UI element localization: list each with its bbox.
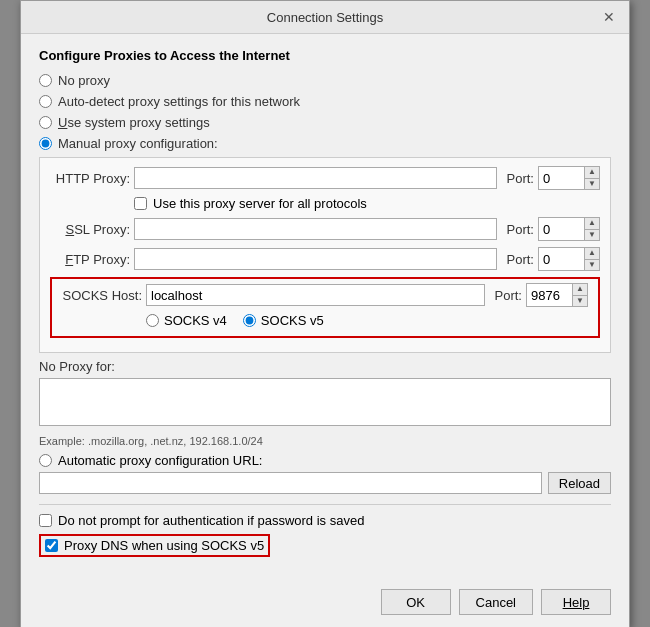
no-auth-checkbox[interactable] bbox=[39, 514, 52, 527]
help-button[interactable]: Help bbox=[541, 589, 611, 615]
ok-button[interactable]: OK bbox=[381, 589, 451, 615]
socks-v5-option: SOCKS v5 bbox=[243, 313, 324, 328]
http-proxy-input[interactable] bbox=[134, 167, 497, 189]
ssl-proxy-input[interactable] bbox=[134, 218, 497, 240]
auto-detect-radio[interactable] bbox=[39, 95, 52, 108]
connection-settings-dialog: Connection Settings ✕ Configure Proxies … bbox=[20, 0, 630, 627]
manual-proxy-label[interactable]: Manual proxy configuration: bbox=[58, 136, 218, 151]
system-proxy-row: Use system proxy settings bbox=[39, 115, 611, 130]
auto-proxy-input-row: Reload bbox=[39, 472, 611, 494]
example-text: Example: .mozilla.org, .net.nz, 192.168.… bbox=[39, 435, 611, 447]
close-button[interactable]: ✕ bbox=[599, 7, 619, 27]
socks-section: SOCKS Host: Port: ▲ ▼ bbox=[50, 277, 600, 338]
socks-port-input[interactable] bbox=[527, 284, 572, 306]
ftp-proxy-input[interactable] bbox=[134, 248, 497, 270]
ssl-port-spinner: ▲ ▼ bbox=[584, 218, 599, 240]
no-proxy-section: No Proxy for: bbox=[39, 359, 611, 429]
socks-v4-label[interactable]: SOCKS v4 bbox=[164, 313, 227, 328]
auto-detect-row: Auto-detect proxy settings for this netw… bbox=[39, 94, 611, 109]
socks-port-spinner: ▲ ▼ bbox=[572, 284, 587, 306]
dialog-title: Connection Settings bbox=[51, 10, 599, 25]
http-port-input[interactable] bbox=[539, 167, 584, 189]
auto-proxy-radio-row: Automatic proxy configuration URL: bbox=[39, 453, 611, 468]
use-for-all-checkbox[interactable] bbox=[134, 197, 147, 210]
auto-proxy-radio[interactable] bbox=[39, 454, 52, 467]
use-for-all-row: Use this proxy server for all protocols bbox=[134, 196, 600, 211]
proxy-dns-highlighted: Proxy DNS when using SOCKS v5 bbox=[39, 534, 270, 557]
manual-proxy-section: HTTP Proxy: Port: ▲ ▼ Use this proxy ser… bbox=[39, 157, 611, 353]
ftp-port-up[interactable]: ▲ bbox=[585, 248, 599, 260]
proxy-dns-label[interactable]: Proxy DNS when using SOCKS v5 bbox=[64, 538, 264, 553]
http-proxy-row: HTTP Proxy: Port: ▲ ▼ bbox=[50, 166, 600, 190]
socks-v5-radio[interactable] bbox=[243, 314, 256, 327]
no-proxy-radio[interactable] bbox=[39, 74, 52, 87]
http-port-spinner: ▲ ▼ bbox=[584, 167, 599, 189]
system-proxy-label[interactable]: Use system proxy settings bbox=[58, 115, 210, 130]
proxy-dns-container: Proxy DNS when using SOCKS v5 bbox=[39, 534, 611, 557]
socks-v5-label[interactable]: SOCKS v5 bbox=[261, 313, 324, 328]
no-proxy-label[interactable]: No proxy bbox=[58, 73, 110, 88]
socks-port-up[interactable]: ▲ bbox=[573, 284, 587, 296]
ftp-port-wrap: ▲ ▼ bbox=[538, 247, 600, 271]
http-proxy-label: HTTP Proxy: bbox=[50, 171, 130, 186]
socks-v4-option: SOCKS v4 bbox=[146, 313, 227, 328]
no-proxy-textarea[interactable] bbox=[39, 378, 611, 426]
http-port-up[interactable]: ▲ bbox=[585, 167, 599, 179]
ftp-port-input[interactable] bbox=[539, 248, 584, 270]
no-auth-label[interactable]: Do not prompt for authentication if pass… bbox=[58, 513, 364, 528]
ssl-port-down[interactable]: ▼ bbox=[585, 230, 599, 241]
auto-detect-label[interactable]: Auto-detect proxy settings for this netw… bbox=[58, 94, 300, 109]
socks-port-wrap: ▲ ▼ bbox=[526, 283, 588, 307]
no-proxy-row: No proxy bbox=[39, 73, 611, 88]
socks-host-label: SOCKS Host: bbox=[62, 288, 142, 303]
dialog-content: Configure Proxies to Access the Internet… bbox=[21, 34, 629, 581]
ssl-proxy-row: SSL Proxy: Port: ▲ ▼ bbox=[50, 217, 600, 241]
ftp-port-spinner: ▲ ▼ bbox=[584, 248, 599, 270]
ssl-port-up[interactable]: ▲ bbox=[585, 218, 599, 230]
cancel-button[interactable]: Cancel bbox=[459, 589, 533, 615]
http-port-label: Port: bbox=[507, 171, 534, 186]
manual-proxy-row: Manual proxy configuration: bbox=[39, 136, 611, 151]
auto-proxy-label[interactable]: Automatic proxy configuration URL: bbox=[58, 453, 262, 468]
proxy-dns-checkbox[interactable] bbox=[45, 539, 58, 552]
socks-v4-radio[interactable] bbox=[146, 314, 159, 327]
divider bbox=[39, 504, 611, 505]
button-row: OK Cancel Help bbox=[21, 581, 629, 627]
auto-proxy-input[interactable] bbox=[39, 472, 542, 494]
ssl-port-wrap: ▲ ▼ bbox=[538, 217, 600, 241]
no-proxy-for-label: No Proxy for: bbox=[39, 359, 611, 374]
manual-proxy-radio[interactable] bbox=[39, 137, 52, 150]
reload-button[interactable]: Reload bbox=[548, 472, 611, 494]
ftp-port-label: Port: bbox=[507, 252, 534, 267]
bottom-checkboxes: Do not prompt for authentication if pass… bbox=[39, 513, 611, 557]
socks-host-input[interactable] bbox=[146, 284, 485, 306]
ssl-proxy-label: SSL Proxy: bbox=[50, 222, 130, 237]
ftp-proxy-label: FTP Proxy: bbox=[50, 252, 130, 267]
socks-version-row: SOCKS v4 SOCKS v5 bbox=[146, 313, 588, 328]
ssl-port-input[interactable] bbox=[539, 218, 584, 240]
socks-host-row: SOCKS Host: Port: ▲ ▼ bbox=[62, 283, 588, 307]
socks-inner: SOCKS Host: Port: ▲ ▼ bbox=[52, 279, 598, 336]
socks-port-down[interactable]: ▼ bbox=[573, 296, 587, 307]
ssl-port-label: Port: bbox=[507, 222, 534, 237]
http-port-down[interactable]: ▼ bbox=[585, 179, 599, 190]
ftp-proxy-row: FTP Proxy: Port: ▲ ▼ bbox=[50, 247, 600, 271]
system-proxy-radio[interactable] bbox=[39, 116, 52, 129]
ftp-port-down[interactable]: ▼ bbox=[585, 260, 599, 271]
section-heading: Configure Proxies to Access the Internet bbox=[39, 48, 611, 63]
titlebar: Connection Settings ✕ bbox=[21, 1, 629, 34]
http-port-wrap: ▲ ▼ bbox=[538, 166, 600, 190]
use-for-all-label[interactable]: Use this proxy server for all protocols bbox=[153, 196, 367, 211]
no-auth-row: Do not prompt for authentication if pass… bbox=[39, 513, 611, 528]
socks-port-label: Port: bbox=[495, 288, 522, 303]
